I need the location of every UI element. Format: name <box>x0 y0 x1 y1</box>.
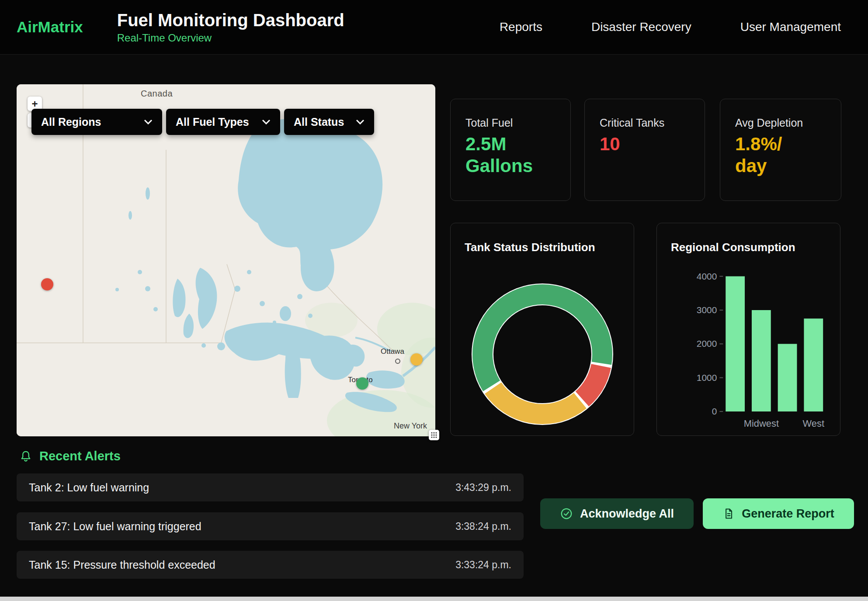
page-title-block: Fuel Monitoring Dashboard Real-Time Over… <box>117 10 344 44</box>
alert-row[interactable]: Tank 2: Low fuel warning 3:43:29 p.m. <box>17 473 524 501</box>
stat-card-avg-depletion: Avg Depletion 1.8%/ day <box>720 99 841 201</box>
app-header: AirMatrix Fuel Monitoring Dashboard Real… <box>0 0 868 55</box>
donut-segment-normal[interactable] <box>483 294 602 386</box>
y-tick-label: 1000 <box>697 373 717 383</box>
consumption-bar-1[interactable] <box>752 310 771 411</box>
consumption-bar-2[interactable] <box>778 344 797 411</box>
status-filter-value: All Status <box>294 116 344 128</box>
recent-alerts-heading: Recent Alerts <box>19 449 121 463</box>
nav-user-management[interactable]: User Management <box>740 20 841 34</box>
y-tick-label: 0 <box>712 406 717 416</box>
regional-consumption-bar-chart: 01000200030004000MidwestWest <box>657 223 840 435</box>
bell-icon <box>19 450 32 463</box>
alert-timestamp: 3:33:24 p.m. <box>455 559 511 571</box>
map-canvas[interactable]: Canada Ottawa Toronto New York − + All R… <box>17 84 435 436</box>
stat-value: 2.5M Gallons <box>465 133 533 177</box>
chart-title: Tank Status Distribution <box>465 241 595 254</box>
tank-marker-normal[interactable] <box>356 377 368 390</box>
alert-timestamp: 3:38:24 p.m. <box>455 521 511 532</box>
x-tick-label: West <box>803 418 824 429</box>
horizontal-scrollbar[interactable] <box>0 597 868 601</box>
chevron-down-icon <box>144 119 153 124</box>
acknowledge-all-label: Acknowledge All <box>580 507 674 521</box>
grip-dots-icon <box>431 432 437 439</box>
alert-message: Tank 15: Pressure threshold exceeded <box>29 559 215 571</box>
chevron-down-icon <box>262 119 271 124</box>
stat-label: Total Fuel <box>465 117 513 129</box>
y-tick-label: 4000 <box>697 271 717 281</box>
status-filter-dropdown[interactable]: All Status <box>284 109 374 135</box>
fuel-type-filter-dropdown[interactable]: All Fuel Types <box>166 109 280 135</box>
recent-alerts-title: Recent Alerts <box>39 449 121 463</box>
stat-value: 1.8%/ day <box>735 133 782 177</box>
y-tick-label: 2000 <box>697 338 717 349</box>
tank-marker-layer <box>17 84 435 436</box>
alert-message: Tank 27: Low fuel warning triggered <box>29 520 201 533</box>
stat-card-total-fuel: Total Fuel 2.5M Gallons <box>450 99 571 201</box>
y-tick-label: 3000 <box>697 305 717 315</box>
alert-message: Tank 2: Low fuel warning <box>29 481 149 494</box>
fuel-type-filter-value: All Fuel Types <box>176 116 249 128</box>
alert-timestamp: 3:43:29 p.m. <box>455 482 511 494</box>
nav-disaster-recovery[interactable]: Disaster Recovery <box>591 20 691 34</box>
tank-status-donut-chart <box>468 280 617 428</box>
stat-card-critical-tanks: Critical Tanks 10 <box>584 99 705 201</box>
alert-row[interactable]: Tank 15: Pressure threshold exceeded 3:3… <box>17 551 524 579</box>
page-title: Fuel Monitoring Dashboard <box>117 10 344 30</box>
map-panel: Canada Ottawa Toronto New York − + All R… <box>17 84 435 436</box>
check-circle-icon <box>560 507 573 520</box>
generate-report-button[interactable]: Generate Report <box>703 498 854 529</box>
tank-marker-warning[interactable] <box>410 353 423 366</box>
consumption-bar-3[interactable] <box>804 318 823 411</box>
stat-label: Avg Depletion <box>735 117 803 129</box>
donut-segment-warning[interactable] <box>493 388 580 414</box>
chart-title: Regional Consumption <box>671 241 795 254</box>
acknowledge-all-button[interactable]: Acknowledge All <box>540 498 694 529</box>
page-subtitle: Real-Time Overview <box>117 32 344 44</box>
tank-marker-critical[interactable] <box>41 278 53 290</box>
map-resize-handle[interactable] <box>429 430 439 440</box>
donut-segment-critical[interactable] <box>582 366 601 399</box>
generate-report-label: Generate Report <box>742 507 834 521</box>
chevron-down-icon <box>356 119 365 124</box>
consumption-bar-0[interactable] <box>726 276 745 412</box>
stat-label: Critical Tanks <box>600 117 664 129</box>
stat-value: 10 <box>600 133 620 155</box>
x-tick-label: Midwest <box>744 418 779 429</box>
tank-status-chart-card: Tank Status Distribution <box>450 223 634 436</box>
document-icon <box>722 508 735 520</box>
brand-logo: AirMatrix <box>17 18 83 36</box>
regional-consumption-chart-card: Regional Consumption 01000200030004000Mi… <box>656 223 840 436</box>
alert-row[interactable]: Tank 27: Low fuel warning triggered 3:38… <box>17 512 524 540</box>
region-filter-value: All Regions <box>41 116 101 128</box>
region-filter-dropdown[interactable]: All Regions <box>31 109 162 135</box>
nav-reports[interactable]: Reports <box>500 20 542 34</box>
main-nav: Reports Disaster Recovery User Managemen… <box>500 20 841 34</box>
